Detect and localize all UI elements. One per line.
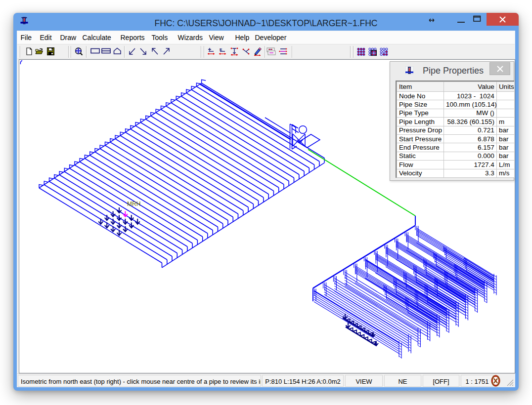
svg-text:MRH: MRH (127, 201, 140, 207)
